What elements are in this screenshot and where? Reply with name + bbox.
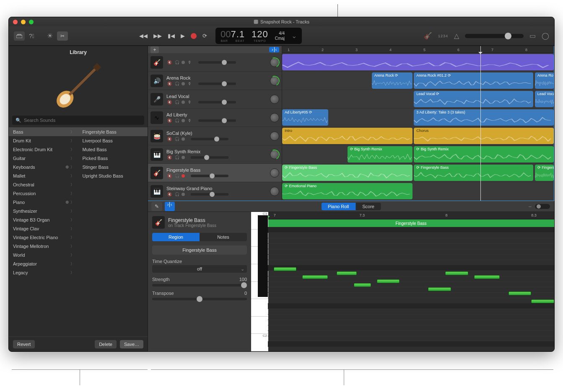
midi-note[interactable]	[531, 299, 554, 303]
piano-roll-grid[interactable]: 77.388.3 Fingerstyle Bass	[268, 212, 554, 351]
count-in-icon[interactable]: 1234	[438, 34, 448, 38]
tab-piano-roll[interactable]: Piano Roll	[321, 203, 355, 210]
save-button[interactable]: Save…	[120, 340, 143, 348]
transpose-slider[interactable]	[152, 298, 247, 300]
volume-slider[interactable]	[198, 119, 236, 122]
bar-ruler[interactable]: 12345678	[282, 46, 554, 53]
chevron-down-icon[interactable]: ⌄	[291, 32, 297, 40]
timeline-row[interactable]: IntroChorus	[282, 127, 554, 145]
input-button[interactable]: 🎙	[187, 81, 192, 86]
pan-knob[interactable]	[270, 95, 279, 104]
pan-knob[interactable]	[270, 76, 279, 85]
pan-knob[interactable]	[270, 150, 279, 159]
loops-icon[interactable]: ◯	[542, 32, 549, 40]
record-enable-button[interactable]	[182, 82, 185, 85]
region-name-field[interactable]: Fingerstyle Bass	[152, 245, 247, 255]
headphone-button[interactable]: 🎧	[174, 81, 180, 86]
tab-notes[interactable]: Notes	[200, 233, 247, 241]
midi-note[interactable]	[377, 279, 400, 283]
record-enable-button[interactable]	[182, 156, 185, 159]
playhead[interactable]	[480, 46, 481, 201]
track-header[interactable]: 🔊 Arena Rock 🔇 🎧 🎙	[148, 72, 282, 90]
region[interactable]: ⟳ Fingerstyle Bass	[282, 165, 413, 181]
library-item[interactable]: Percussion〉	[9, 189, 78, 198]
record-enable-button[interactable]	[182, 61, 185, 64]
timeline-row[interactable]	[282, 53, 554, 72]
volume-slider[interactable]	[198, 83, 236, 85]
search-input[interactable]: 🔍 Search Sounds	[12, 116, 144, 125]
library-item[interactable]: Fingerstyle Bass	[78, 127, 148, 136]
record-button[interactable]	[191, 33, 197, 39]
rewind-button[interactable]: ◀◀	[139, 33, 148, 39]
region[interactable]: ⟳ Big Synth Remix	[414, 146, 554, 162]
quantize-select[interactable]: off	[152, 265, 247, 273]
headphone-button[interactable]: 🎧	[174, 60, 180, 65]
library-item[interactable]: Vintage B3 Organ〉	[9, 215, 78, 224]
region[interactable]	[282, 54, 554, 70]
record-enable-button[interactable]	[182, 119, 185, 122]
minimize-icon[interactable]	[21, 20, 26, 24]
library-item[interactable]: Vintage Mellotron〉	[9, 242, 78, 250]
quick-help-icon[interactable]: ?⃝	[29, 33, 34, 39]
close-icon[interactable]	[13, 20, 18, 24]
notepad-icon[interactable]: ▭	[529, 32, 536, 40]
pan-knob[interactable]	[270, 168, 279, 178]
horizontal-zoom-icon[interactable]: ↔	[528, 204, 532, 209]
add-track-button[interactable]: +	[150, 46, 159, 53]
timeline-row[interactable]: ⟳ Fingerstyle Bass⟳ Fingerstyle Bass⟳ Fi…	[282, 164, 554, 182]
editor-view-button[interactable]: ✎	[151, 202, 162, 211]
library-item[interactable]: Orchestral〉	[9, 180, 78, 189]
delete-button[interactable]: Delete	[95, 340, 117, 348]
mute-button[interactable]: 🔇	[166, 100, 172, 105]
midi-note[interactable]	[354, 283, 371, 287]
library-item[interactable]: Keyboards⊕〉	[9, 162, 78, 171]
record-enable-button[interactable]	[182, 101, 185, 104]
inspector-mode-tabs[interactable]: Region Notes	[152, 233, 247, 241]
mute-button[interactable]: 🔇	[166, 173, 172, 178]
pan-knob[interactable]	[270, 58, 279, 67]
region[interactable]: Arena Rock ⟳	[372, 72, 413, 89]
track-header[interactable]: 🎸 🔇 🎧 🎙	[148, 53, 282, 72]
timeline-row[interactable]: ⟳ Emotional Piano	[282, 182, 554, 201]
pan-knob[interactable]	[270, 187, 279, 196]
track-header[interactable]: 🥁 SoCal (Kyle) 🔇 🎧	[148, 127, 282, 145]
pan-knob[interactable]	[270, 113, 279, 122]
library-item[interactable]: Muted Bass	[78, 145, 148, 154]
scissors-button[interactable]: ✂︎	[57, 31, 68, 41]
revert-button[interactable]: Revert	[13, 340, 35, 348]
timeline-row[interactable]: Lead Vocal ⟳Lead Vocal	[282, 90, 554, 108]
piano-keyboard[interactable]: C3C2C1	[251, 212, 268, 351]
mute-button[interactable]: 🔇	[166, 192, 172, 197]
library-item[interactable]: World〉	[9, 250, 78, 259]
headphone-button[interactable]: 🎧	[174, 173, 180, 178]
timeline-row[interactable]: Arena Rock ⟳Arena Rock #01.2 ⟳Arena Ro	[282, 72, 554, 90]
catch-playhead-button[interactable]: ›⎮‹	[269, 47, 279, 52]
headphone-button[interactable]: 🎧	[174, 118, 180, 123]
library-item[interactable]: Mallet〉	[9, 171, 78, 180]
timeline-row[interactable]: ⟳ Big Synth Remix⟳ Big Synth Remix	[282, 145, 554, 164]
pan-knob[interactable]	[270, 132, 279, 141]
midi-note[interactable]	[337, 271, 357, 275]
region[interactable]: Chorus	[414, 128, 554, 144]
library-toggle-button[interactable]	[14, 31, 25, 41]
track-header[interactable]: 🎹 Big Synth Remix 🔇 🎧	[148, 145, 282, 164]
library-item[interactable]: Legacy〉	[9, 268, 78, 277]
record-enable-button[interactable]	[182, 193, 185, 196]
track-header[interactable]: 🎤 Lead Vocal 🔇 🎧 🎙	[148, 90, 282, 108]
library-item[interactable]: Picked Bass	[78, 154, 148, 162]
cycle-button[interactable]: ⟳	[202, 33, 207, 39]
record-enable-button[interactable]	[182, 174, 185, 178]
region[interactable]: ⟳ Big Synth Remix	[348, 146, 413, 162]
library-item[interactable]: Synthesizer〉	[9, 206, 78, 215]
play-button[interactable]: ▶	[181, 33, 185, 39]
timeline-row[interactable]: Ad Liberty#05 ⟳3 Ad Liberty: Take 3 (3 t…	[282, 108, 554, 127]
volume-slider[interactable]	[191, 156, 228, 159]
library-item[interactable]: Vintage Clav〉	[9, 224, 78, 233]
tab-score[interactable]: Score	[355, 203, 381, 210]
midi-note[interactable]	[302, 275, 328, 279]
record-enable-button[interactable]	[182, 137, 185, 141]
region[interactable]: Arena Rock #01.2 ⟳	[414, 72, 533, 89]
library-item[interactable]: Drum Kit〉	[9, 136, 78, 145]
track-header[interactable]: 🎸 Fingerstyle Bass 🔇 🎧	[148, 164, 282, 182]
region[interactable]: Ad Liberty#05 ⟳	[282, 109, 328, 126]
